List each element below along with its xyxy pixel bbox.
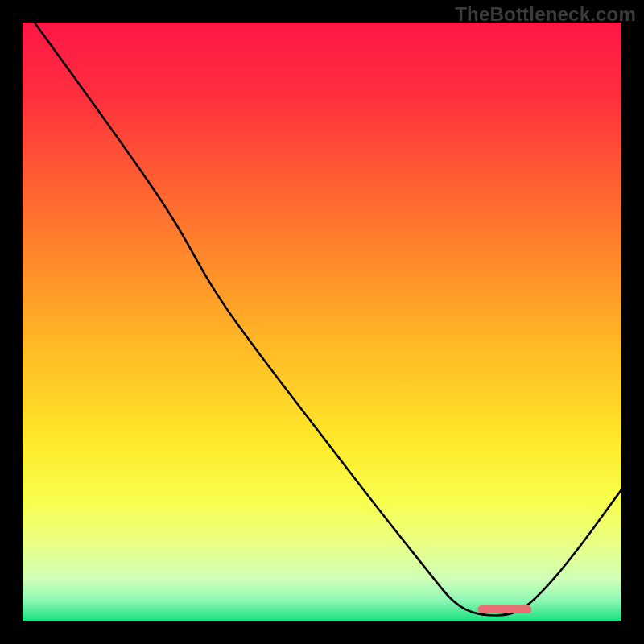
chart-svg	[23, 23, 621, 621]
plot-area	[23, 23, 621, 621]
optimal-range-marker	[477, 605, 531, 613]
chart-frame: TheBottleneck.com	[0, 0, 644, 644]
watermark-text: TheBottleneck.com	[455, 3, 636, 26]
gradient-background	[23, 23, 621, 621]
